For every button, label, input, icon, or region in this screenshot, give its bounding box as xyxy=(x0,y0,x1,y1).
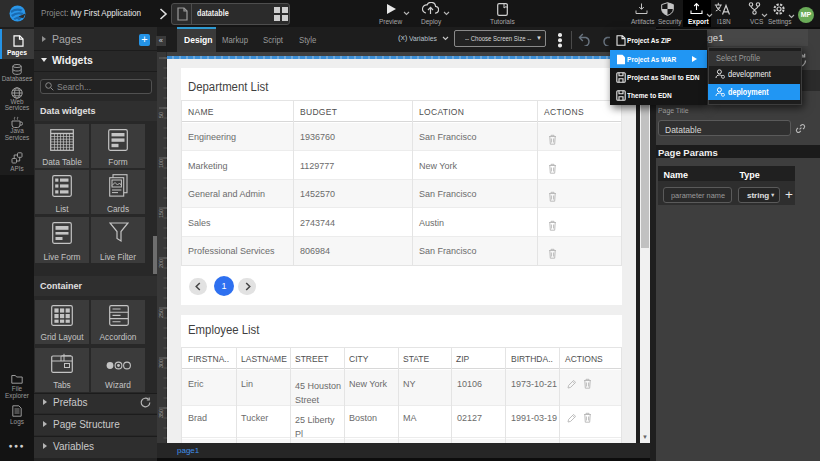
svg-text:150: 150 xyxy=(158,209,164,218)
svg-text:100: 100 xyxy=(158,159,164,168)
svg-text:350: 350 xyxy=(158,409,164,418)
svg-text:200: 200 xyxy=(158,259,164,268)
svg-text:300: 300 xyxy=(158,359,164,368)
svg-text:50: 50 xyxy=(158,112,164,118)
svg-text:250: 250 xyxy=(158,309,164,318)
